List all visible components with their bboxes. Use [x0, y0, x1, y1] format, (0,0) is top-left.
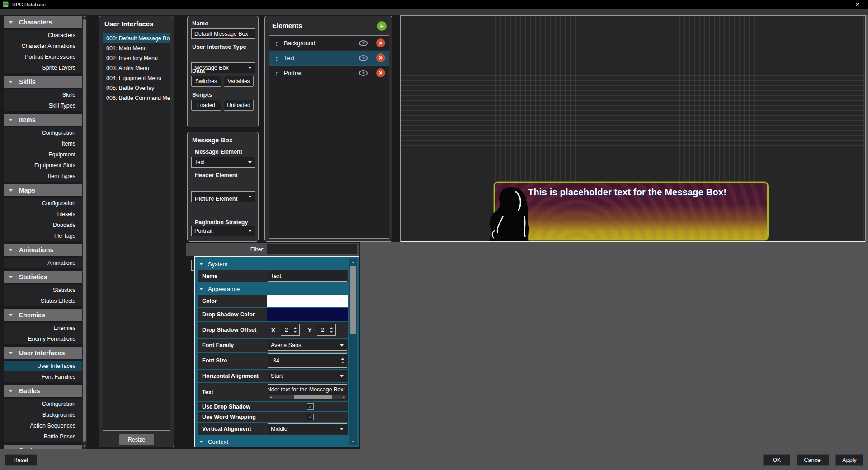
text-value-input[interactable]: older text for the Message Box! ◄ ► [268, 384, 347, 400]
name-value-input[interactable]: Text [268, 271, 347, 282]
scroll-down-icon[interactable]: ▼ [349, 440, 357, 443]
section-header-appearance[interactable]: Appearance [198, 283, 348, 294]
spin-up-icon[interactable] [330, 327, 333, 329]
sidebar-section-characters[interactable]: Characters [4, 16, 82, 28]
sidebar-item-backgrounds[interactable]: Backgrounds [4, 409, 82, 420]
sidebar-section-enemies[interactable]: Enemies [4, 309, 82, 321]
text-horizontal-scrollbar[interactable]: ◄ ► [269, 395, 346, 399]
reset-button[interactable]: Reset [5, 454, 37, 466]
message-element-dropdown[interactable]: Text [191, 157, 255, 168]
switches-button[interactable]: Switches [191, 76, 221, 87]
sidebar-item-item-types[interactable]: Item Types [4, 171, 82, 182]
list-item[interactable]: 004: Equipment Menu [103, 73, 170, 83]
sidebar-item-battle-poses[interactable]: Battle Poses [4, 431, 82, 442]
sidebar-item-user-interfaces[interactable]: User Interfaces [4, 361, 82, 371]
spin-up-icon[interactable] [341, 358, 344, 360]
sidebar-item-maps-configuration[interactable]: Configuration [4, 198, 82, 209]
drag-handle-icon[interactable]: ↕ [273, 39, 281, 47]
element-row-portrait[interactable]: ↕ Portrait × [269, 66, 389, 80]
delete-element-button[interactable]: × [376, 68, 385, 77]
sidebar-item-status-effects[interactable]: Status Effects [4, 296, 82, 306]
sidebar-item-skill-types[interactable]: Skill Types [4, 100, 82, 111]
filter-input[interactable] [267, 244, 357, 254]
horizontal-alignment-dropdown[interactable]: Start [268, 371, 347, 381]
variables-button[interactable]: Variables [224, 76, 254, 87]
minimize-button[interactable]: – [806, 0, 826, 9]
scroll-left-icon[interactable]: ◄ [269, 396, 273, 399]
cancel-button[interactable]: Cancel [797, 454, 829, 466]
sidebar-item-skills[interactable]: Skills [4, 89, 82, 100]
spin-down-icon[interactable] [330, 331, 333, 333]
sidebar-item-animations[interactable]: Animations [4, 258, 82, 268]
sidebar-item-battles-configuration[interactable]: Configuration [4, 399, 82, 409]
sidebar-section-maps[interactable]: Maps [4, 184, 82, 196]
property-grid-scrollbar[interactable]: ▲ ▼ [349, 258, 357, 445]
font-size-stepper[interactable]: 34 [268, 353, 347, 368]
resize-button[interactable]: Resize [119, 434, 154, 445]
scroll-right-icon[interactable]: ► [342, 396, 346, 399]
use-drop-shadow-checkbox[interactable]: ✓ [307, 403, 314, 410]
sidebar-section-system[interactable]: System [4, 445, 82, 449]
close-button[interactable]: × [847, 0, 868, 9]
visibility-eye-icon[interactable] [359, 55, 368, 61]
sidebar-section-items[interactable]: Items [4, 114, 82, 126]
sidebar-section-statistics[interactable]: Statistics [4, 271, 82, 283]
sidebar-section-user-interfaces[interactable]: User Interfaces [4, 347, 82, 359]
restore-button[interactable] [826, 0, 847, 9]
scrollbar-thumb[interactable] [350, 266, 356, 334]
list-item[interactable]: 005: Battle Overlay [103, 83, 170, 93]
preview-canvas[interactable]: This is placeholder text for the Message… [400, 15, 866, 242]
font-family-dropdown[interactable]: Averia Sans [268, 340, 347, 351]
sidebar-section-animations[interactable]: Animations [4, 244, 82, 256]
visibility-eye-icon[interactable] [359, 40, 368, 46]
unloaded-button[interactable]: Unloaded [224, 100, 254, 111]
element-row-text[interactable]: ↕ Text × [269, 51, 389, 66]
sidebar-item-font-families[interactable]: Font Families [4, 371, 82, 382]
add-element-button[interactable]: + [377, 21, 387, 31]
sidebar-item-tilesets[interactable]: Tilesets [4, 209, 82, 220]
sidebar-item-equipment-slots[interactable]: Equipment Slots [4, 160, 82, 171]
sidebar-item-doodads[interactable]: Doodads [4, 220, 82, 230]
picture-element-dropdown[interactable]: Portrait [191, 226, 255, 236]
sidebar-item-sprite-layers[interactable]: Sprite Layers [4, 62, 82, 73]
drag-handle-icon[interactable]: ↕ [273, 69, 281, 77]
spin-up-icon[interactable] [293, 327, 297, 329]
ok-button[interactable]: OK [763, 454, 790, 466]
spin-down-icon[interactable] [293, 331, 297, 333]
name-input[interactable]: Default Message Box [191, 28, 255, 39]
list-item[interactable]: 001: Main Menu [103, 43, 170, 53]
element-row-background[interactable]: ↕ Background × [269, 36, 389, 51]
use-word-wrapping-checkbox[interactable]: ✓ [307, 414, 314, 420]
sidebar-item-tile-tags[interactable]: Tile Tags [4, 230, 82, 241]
sidebar-section-skills[interactable]: Skills [4, 76, 82, 88]
scroll-up-icon[interactable]: ▲ [82, 15, 87, 18]
list-item[interactable]: 002: Inventory Menu [103, 53, 170, 63]
sidebar-item-statistics[interactable]: Statistics [4, 285, 82, 296]
loaded-button[interactable]: Loaded [191, 100, 221, 111]
sidebar-section-battles[interactable]: Battles [4, 385, 82, 397]
spin-down-icon[interactable] [341, 362, 344, 363]
scroll-up-icon[interactable]: ▲ [349, 260, 357, 263]
sidebar-scrollbar[interactable]: ▲ ▼ [82, 14, 87, 449]
sidebar-item-items[interactable]: Items [4, 138, 82, 149]
scroll-down-icon[interactable]: ▼ [82, 445, 87, 447]
delete-element-button[interactable]: × [376, 38, 385, 47]
section-header-system[interactable]: System [198, 258, 348, 269]
sidebar-item-characters[interactable]: Characters [4, 30, 82, 41]
sidebar-item-portrait-expressions[interactable]: Portrait Expressions [4, 52, 82, 62]
sidebar-item-enemy-formations[interactable]: Enemy Formations [4, 334, 82, 344]
offset-y-stepper[interactable]: 2 [317, 324, 336, 336]
list-item[interactable]: 003: Ability Menu [103, 63, 170, 73]
list-item[interactable]: 006: Battle Command Menu [103, 93, 170, 103]
sidebar-item-character-animations[interactable]: Character Animations [4, 41, 82, 52]
section-header-context[interactable]: Context [198, 436, 348, 447]
drag-handle-icon[interactable]: ↕ [273, 54, 281, 62]
scrollbar-thumb[interactable] [83, 19, 86, 442]
scrollbar-thumb[interactable] [294, 395, 332, 399]
list-item[interactable]: 000: Default Message Box [103, 33, 170, 43]
sidebar-item-action-sequences[interactable]: Action Sequences [4, 420, 82, 431]
delete-element-button[interactable]: × [376, 53, 385, 62]
vertical-alignment-dropdown[interactable]: Middle [268, 423, 347, 434]
drop-shadow-color-swatch[interactable] [267, 308, 348, 321]
visibility-eye-icon[interactable] [359, 70, 368, 76]
